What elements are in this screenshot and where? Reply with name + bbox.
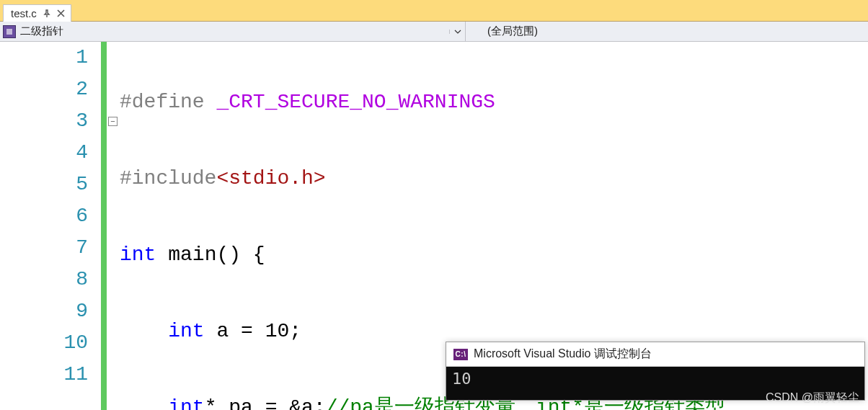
line-number: 8	[0, 264, 88, 295]
pin-icon[interactable]	[43, 9, 51, 18]
code-line: #define _CRT_SECURE_NO_WARNINGS	[120, 86, 725, 118]
console-output-text: 10	[452, 370, 471, 388]
fold-column: −	[107, 42, 120, 410]
context-bar: 二级指针 (全局范围)	[0, 22, 868, 42]
svg-rect-0	[6, 29, 12, 35]
tab-bar: test.c	[0, 0, 868, 22]
project-icon	[3, 25, 16, 38]
console-output: 10	[446, 367, 864, 400]
scope-left-label: 二级指针	[20, 24, 63, 38]
close-icon[interactable]	[57, 9, 65, 17]
line-number: 1	[0, 42, 88, 73]
change-indicator	[101, 42, 107, 410]
line-number: 10	[0, 327, 88, 359]
line-number: 7	[0, 232, 88, 264]
code-line: #include<stdio.h>	[120, 163, 725, 195]
line-gutter: 1 2 3 4 5 6 7 8 9 10 11	[0, 42, 101, 410]
code-line: int main() {	[120, 239, 725, 271]
console-title-text: Microsoft Visual Studio 调试控制台	[474, 347, 652, 362]
line-number: 6	[0, 200, 88, 232]
vs-icon: C:\	[453, 349, 468, 360]
line-number: 9	[0, 295, 88, 327]
line-number: 4	[0, 137, 88, 169]
debug-console-window[interactable]: C:\ Microsoft Visual Studio 调试控制台 10	[446, 342, 865, 401]
line-number: 5	[0, 169, 88, 200]
chevron-down-icon[interactable]	[449, 30, 465, 34]
tab-filename: test.c	[11, 7, 37, 19]
scope-dropdown-right[interactable]: (全局范围)	[466, 22, 868, 41]
line-number: 3	[0, 105, 88, 137]
scope-dropdown-left[interactable]: 二级指针	[0, 22, 466, 41]
file-tab[interactable]: test.c	[3, 4, 71, 22]
scope-right-label: (全局范围)	[487, 24, 538, 38]
line-number: 2	[0, 73, 88, 105]
console-titlebar[interactable]: C:\ Microsoft Visual Studio 调试控制台	[446, 342, 864, 367]
line-number: 11	[0, 359, 88, 391]
fold-toggle[interactable]: −	[108, 117, 118, 126]
